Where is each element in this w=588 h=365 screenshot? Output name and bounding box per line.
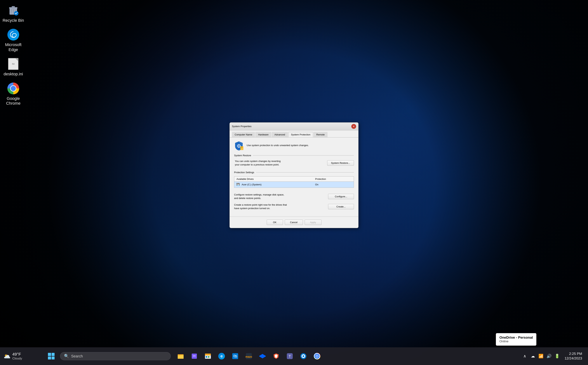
- protection-icon: [234, 141, 244, 150]
- tab-computer-name[interactable]: Computer Name: [232, 132, 255, 137]
- taskbar-icon-edge[interactable]: e: [215, 350, 228, 362]
- taskbar-icon-amazon[interactable]: amazon: [243, 350, 255, 362]
- taskbar-icon-teams[interactable]: T: [283, 350, 296, 362]
- tray-speaker[interactable]: 🔊: [545, 352, 553, 360]
- dialog-tabs: Computer Name Hardware Advanced System P…: [230, 130, 358, 137]
- weather-icon: 🌥️: [4, 353, 11, 359]
- search-placeholder: Search: [71, 354, 83, 358]
- svg-rect-24: [205, 354, 211, 355]
- tray-icons: ∧ ☁ 📶 🔊 🔋: [521, 352, 561, 360]
- drives-table: Available Drives Protection 💾 Acer (C:) …: [234, 176, 354, 188]
- protection-settings-section-header: Protection Settings: [234, 171, 354, 174]
- svg-point-8: [238, 145, 240, 147]
- close-button[interactable]: ✕: [351, 124, 356, 129]
- tray-wifi[interactable]: 📶: [537, 352, 545, 360]
- svg-text:T: T: [289, 354, 291, 358]
- system-restore-section-header: System Restore: [234, 154, 354, 157]
- svg-rect-26: [208, 356, 209, 358]
- create-desc: Create a restore point right now for the…: [234, 203, 287, 210]
- tab-remote[interactable]: Remote: [313, 132, 327, 137]
- system-properties-dialog: System Properties ✕ Computer Name Hardwa…: [229, 122, 359, 228]
- dialog-titlebar: System Properties ✕: [230, 123, 358, 130]
- desktop: Recycle Bin Microsoft Edge INI desktop.i…: [0, 0, 588, 365]
- configure-desc: Configure restore settings, manage disk …: [234, 193, 284, 200]
- table-row[interactable]: 💾 Acer (C:) (System) On: [234, 182, 354, 188]
- clock-time: 2:25 PM: [565, 351, 582, 356]
- taskbar-icon-dropbox[interactable]: [256, 350, 269, 362]
- configure-action-row: Configure restore settings, manage disk …: [234, 193, 354, 200]
- cancel-button[interactable]: Cancel: [285, 220, 303, 225]
- clock-date: 12/24/2023: [565, 356, 582, 361]
- configure-button[interactable]: Configure...: [328, 194, 354, 199]
- weather-condition: Cloudy: [12, 357, 22, 360]
- tray-onedrive[interactable]: ☁: [529, 352, 537, 360]
- taskbar-icon-store[interactable]: 🛍: [229, 350, 241, 362]
- section-divider: [253, 155, 354, 155]
- create-action-row: Create a restore point right now for the…: [234, 203, 354, 210]
- search-icon: 🔍: [64, 354, 69, 358]
- system-restore-label: System Restore: [234, 154, 251, 157]
- start-button[interactable]: [46, 351, 57, 361]
- onedrive-title: OneDrive - Personal: [499, 336, 533, 340]
- drives-table-container: Available Drives Protection 💾 Acer (C:) …: [234, 176, 354, 191]
- col-protection: Protection: [313, 176, 354, 182]
- clock-widget[interactable]: 2:25 PM 12/24/2023: [562, 351, 584, 361]
- drive-protection: On: [313, 182, 354, 188]
- svg-rect-25: [206, 356, 207, 358]
- weather-text: 49°F Cloudy: [12, 352, 22, 361]
- tab-system-protection[interactable]: System Protection: [288, 132, 313, 137]
- create-button[interactable]: Create...: [328, 204, 354, 209]
- weather-temp: 49°F: [12, 352, 22, 357]
- protection-settings-label: Protection Settings: [234, 171, 254, 174]
- col-drives: Available Drives: [234, 176, 313, 182]
- drive-icon: 💾: [236, 183, 240, 186]
- onedrive-tooltip: OneDrive - Personal Online: [496, 333, 536, 346]
- dialog-overlay: System Properties ✕ Computer Name Hardwa…: [0, 0, 588, 365]
- svg-rect-20: [178, 354, 180, 355]
- ok-button[interactable]: OK: [267, 220, 283, 225]
- dialog-header: Use system protection to undo unwanted s…: [234, 141, 354, 150]
- taskbar-search[interactable]: 🔍 Search: [60, 352, 171, 360]
- dialog-header-text: Use system protection to undo unwanted s…: [247, 144, 309, 147]
- tray-chevron[interactable]: ∧: [521, 352, 528, 360]
- taskbar-app-icons: ✂ e 🛍: [174, 350, 323, 362]
- taskbar-icon-file-manager[interactable]: [202, 350, 214, 362]
- drive-name: Acer (C:) (System): [242, 183, 262, 186]
- dialog-footer: OK Cancel Apply: [230, 217, 358, 228]
- taskbar-right: ∧ ☁ 📶 🔊 🔋 2:25 PM 12/24/2023: [521, 351, 584, 361]
- taskbar-icon-file-explorer[interactable]: [174, 350, 187, 362]
- system-restore-button[interactable]: System Restore...: [327, 160, 354, 166]
- tab-hardware[interactable]: Hardware: [255, 132, 271, 137]
- svg-rect-19: [178, 355, 184, 359]
- dialog-body: Use system protection to undo unwanted s…: [230, 137, 358, 217]
- svg-text:🛍: 🛍: [233, 354, 237, 358]
- tray-battery[interactable]: 🔋: [553, 352, 561, 360]
- drive-cell: 💾 Acer (C:) (System): [234, 182, 313, 188]
- taskbar-icon-chrome[interactable]: [311, 350, 323, 362]
- weather-widget[interactable]: 🌥️ 49°F Cloudy: [4, 352, 44, 361]
- taskbar: 🌥️ 49°F Cloudy 🔍 Search: [0, 347, 588, 365]
- onedrive-status: Online: [499, 340, 533, 343]
- svg-text:✂: ✂: [193, 354, 196, 358]
- taskbar-icon-snipping[interactable]: ✂: [188, 350, 200, 362]
- start-icon: [48, 353, 55, 359]
- taskbar-icon-remote[interactable]: [297, 350, 310, 362]
- system-restore-desc: You can undo system changes by reverting…: [235, 159, 281, 167]
- tab-advanced[interactable]: Advanced: [272, 132, 288, 137]
- dialog-title: System Properties: [232, 125, 251, 128]
- system-restore-content: You can undo system changes by reverting…: [234, 159, 354, 167]
- svg-point-39: [303, 355, 304, 357]
- taskbar-icon-brave[interactable]: [270, 350, 282, 362]
- svg-text:amazon: amazon: [246, 355, 252, 358]
- apply-button[interactable]: Apply: [305, 220, 321, 225]
